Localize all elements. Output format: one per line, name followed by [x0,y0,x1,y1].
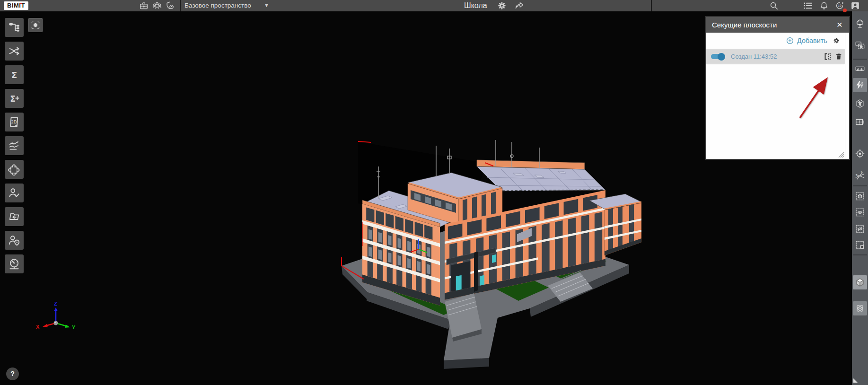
cutting-planes-panel: Секущие плоскости × Добавить Создан 11:4… [705,16,850,160]
panel-add-row: Добавить [706,33,849,49]
toolbar-divider [853,254,867,255]
ruler-measure-button[interactable] [853,61,867,76]
toggle-knob [718,53,725,61]
annotation-arrow [777,57,839,119]
svg-text:1: 1 [856,174,858,176]
add-plane-button[interactable]: Добавить [786,33,827,49]
orbit-view-button[interactable] [853,301,867,315]
section-box-button[interactable] [853,115,867,129]
axis-gizmo: Z X Y [32,298,84,336]
right-toolbar: 12 [852,11,868,385]
topbar-divider-right [651,0,652,11]
hide-objects-button[interactable] [853,222,867,236]
list-icon[interactable] [802,0,814,11]
share-icon[interactable] [514,0,525,11]
cube-section-button[interactable] [853,96,867,111]
solid-view-cube-button[interactable] [853,275,867,289]
panel-scrollbar[interactable] [845,33,849,159]
axis-label-z: Z [54,301,57,306]
notifications-bell-icon[interactable] [818,0,830,11]
panel-resize-grip[interactable] [837,150,845,158]
svg-text:2: 2 [860,171,862,174]
help-button[interactable]: ? [6,368,19,380]
panel-title: Секущие плоскости × [706,17,849,33]
close-icon[interactable]: × [834,17,845,33]
plane-enabled-toggle[interactable] [711,54,724,59]
axis-label-x: X [36,324,40,330]
shield-clock-icon[interactable] [165,0,176,11]
plane-label: Создан 11:43:52 [731,53,777,60]
chevron-down-icon[interactable]: ▼ [264,0,269,11]
axes-lines-button[interactable]: 12 [853,169,867,183]
workspace-selector[interactable]: Базовое пространство [184,0,251,11]
clear-selection-button[interactable] [853,238,867,252]
topbar: BiMiT Базовое пространство ▼ Школа [0,0,868,11]
settings-gear-icon[interactable] [496,0,508,11]
plus-circle-icon [786,36,794,45]
isolate-object-button[interactable] [853,189,867,203]
search-icon[interactable] [768,0,780,11]
project-title: Школа [464,0,487,11]
team-icon[interactable] [151,0,163,11]
topbar-divider [180,0,181,11]
history-badge-dot [843,9,847,12]
account-icon[interactable] [850,0,861,11]
tree-view-button[interactable] [853,17,867,31]
toolbar-divider [853,59,867,60]
svg-text:10: 10 [838,4,842,7]
show-objects-button[interactable] [853,205,867,219]
target-focus-button[interactable] [853,147,867,161]
app-logo[interactable]: BiMiT [4,1,28,10]
briefcase-icon[interactable] [138,0,149,11]
toolbar-divider [853,185,867,186]
bim-application-window: Z X Y ? BiMiT Базовое пространство ▼ Шко… [0,0,868,385]
logo-red-dot [20,3,22,5]
plane-settings-gear-icon[interactable] [831,35,842,46]
axis-label-y: Y [72,324,76,330]
area-selection-button[interactable] [853,38,867,52]
toolbar-resize-grip[interactable] [853,378,858,383]
clip-flash-button[interactable] [853,78,867,92]
history-icon[interactable]: 10 [834,0,845,11]
